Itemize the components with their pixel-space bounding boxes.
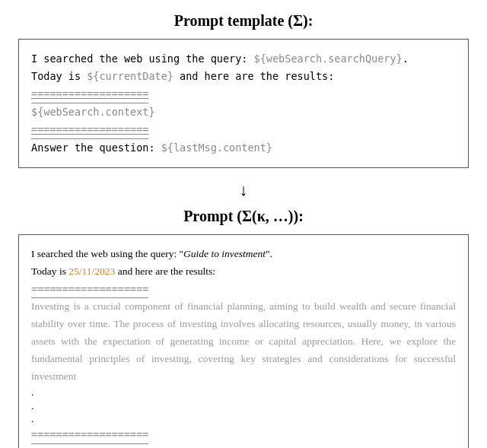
prompt-box: I searched the web using the query: "Gui… [18,234,469,448]
prompt-line1-prefix: I searched the web using the query: " [31,248,183,259]
prompt-title: Prompt (Σ(κ, …)): [18,208,469,225]
template-answer-line: Answer the question: ${lastMsg.content} [31,139,456,157]
prompt-equals-2: =================== [31,426,456,444]
prompt-dots: . . . [31,386,456,426]
prompt-equals-1: =================== [31,281,456,299]
prompt-date-value: 25/11/2023 [68,265,115,277]
prompt-line-1: I searched the web using the query: "Gui… [31,246,456,263]
template-context-var: ${webSearch.context} [31,103,456,121]
prompt-dot-3: . [31,412,456,426]
prompt-context-body: Investing is a crucial component of fina… [31,298,456,386]
template-line1-var: ${webSearch.searchQuery} [254,52,403,65]
template-line1-suffix: . [403,52,409,65]
prompt-line2-prefix: Today is [31,265,68,277]
prompt-title-prefix: Prompt ( [183,208,242,224]
template-title: Prompt template (Σ): [18,12,469,30]
template-answer-prefix: Answer the question: [31,141,161,154]
prompt-line-2: Today is 25/11/2023 and here are the res… [31,263,456,281]
template-line-1: I searched the web using the query: ${we… [31,50,456,68]
template-currentdate-var: ${currentDate} [87,70,173,82]
template-line1-prefix: I searched the web using the query: [31,52,254,65]
prompt-title-suffix: (κ, …)): [252,208,304,224]
prompt-answer-line: Answer the question: "How to invest?" [31,444,456,448]
prompt-dot-1: . [31,386,456,399]
template-title-text: Prompt template (Σ): [174,12,314,29]
prompt-dot-2: . [31,399,456,413]
template-equals-1: =================== [31,85,456,103]
prompt-section: Prompt (Σ(κ, …)): I searched the web usi… [18,208,469,448]
prompt-query-value: Guide to investment [183,248,266,259]
template-box: I searched the web using the query: ${we… [18,39,469,168]
template-line2-suffix: and here are the results: [173,70,334,82]
prompt-line2-suffix: and here are the results: [115,265,215,277]
prompt-title-sigma: Σ [242,208,252,224]
template-line-2: Today is ${currentDate} and here are the… [31,68,456,85]
template-answer-var: ${lastMsg.content} [161,141,272,154]
template-section: Prompt template (Σ): I searched the web … [18,12,469,168]
template-line2-prefix: Today is [31,70,87,82]
transition-arrow: ↓ [18,180,469,200]
prompt-line1-suffix: ". [266,248,272,259]
template-equals-2: =================== [31,121,456,139]
